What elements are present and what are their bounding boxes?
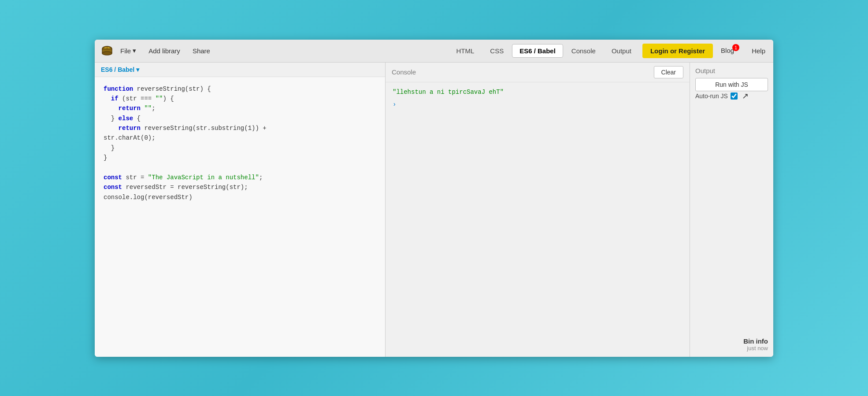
svg-point-3 xyxy=(102,52,112,55)
blog-button[interactable]: Blog1 xyxy=(718,45,744,56)
file-label: File xyxy=(120,47,131,55)
top-bar-right: Login or Register Blog1 Help xyxy=(642,44,768,58)
lang-dropdown-icon: ▾ xyxy=(136,66,139,73)
expand-icon[interactable]: ↗ xyxy=(742,91,749,101)
file-menu-button[interactable]: File ▾ xyxy=(118,45,139,56)
bin-info[interactable]: Bin info just now xyxy=(695,334,768,352)
console-wrapper: Console Clear "llehstun a ni tpircSavaJ … xyxy=(386,63,690,357)
bin-info-title: Bin info xyxy=(695,337,768,345)
top-bar-left: File ▾ Add library Share xyxy=(118,45,445,56)
share-label: Share xyxy=(193,47,210,55)
tabs-center: HTML CSS ES6 / Babel Console Output xyxy=(449,44,638,58)
output-sidebar: Output Run with JS Auto-run JS ↗ Bin inf… xyxy=(690,63,773,357)
console-output-string: "llehstun a ni tpircSavaJ ehT" xyxy=(393,89,683,96)
add-library-label: Add library xyxy=(148,47,180,55)
tab-html[interactable]: HTML xyxy=(449,44,482,58)
share-button[interactable]: Share xyxy=(190,45,213,56)
right-panel: Console Clear "llehstun a ni tpircSavaJ … xyxy=(386,63,773,357)
logo-icon xyxy=(100,44,114,58)
login-register-button[interactable]: Login or Register xyxy=(642,44,713,58)
code-panel: ES6 / Babel ▾ function reverseString(str… xyxy=(95,63,386,357)
console-header: Console Clear xyxy=(386,63,690,82)
lang-label: ES6 / Babel xyxy=(101,66,134,73)
help-button[interactable]: Help xyxy=(749,45,768,56)
code-editor[interactable]: function reverseString(str) { if (str ==… xyxy=(95,77,385,357)
console-prompt-line: › xyxy=(393,101,683,108)
code-panel-header: ES6 / Babel ▾ xyxy=(95,63,385,77)
top-bar: File ▾ Add library Share HTML CSS ES6 / … xyxy=(95,40,773,63)
autorun-row: Auto-run JS ↗ xyxy=(695,91,768,101)
tab-es6[interactable]: ES6 / Babel xyxy=(512,44,563,58)
tab-console[interactable]: Console xyxy=(564,44,603,58)
output-title: Output xyxy=(695,67,768,74)
bin-info-time: just now xyxy=(695,345,768,352)
autorun-label: Auto-run JS xyxy=(695,93,728,100)
add-library-button[interactable]: Add library xyxy=(146,45,183,56)
tab-css[interactable]: CSS xyxy=(482,44,511,58)
console-title: Console xyxy=(392,68,416,76)
run-button[interactable]: Run with JS xyxy=(695,78,768,91)
blog-badge: 1 xyxy=(732,44,739,51)
clear-button[interactable]: Clear xyxy=(654,66,683,78)
file-dropdown-icon: ▾ xyxy=(133,47,136,55)
autorun-checkbox[interactable] xyxy=(731,93,738,100)
lang-selector-button[interactable]: ES6 / Babel ▾ xyxy=(101,66,139,73)
app-window: File ▾ Add library Share HTML CSS ES6 / … xyxy=(95,40,773,357)
main-content: ES6 / Babel ▾ function reverseString(str… xyxy=(95,63,773,357)
tab-output[interactable]: Output xyxy=(604,44,639,58)
console-output: "llehstun a ni tpircSavaJ ehT" › xyxy=(386,82,690,357)
